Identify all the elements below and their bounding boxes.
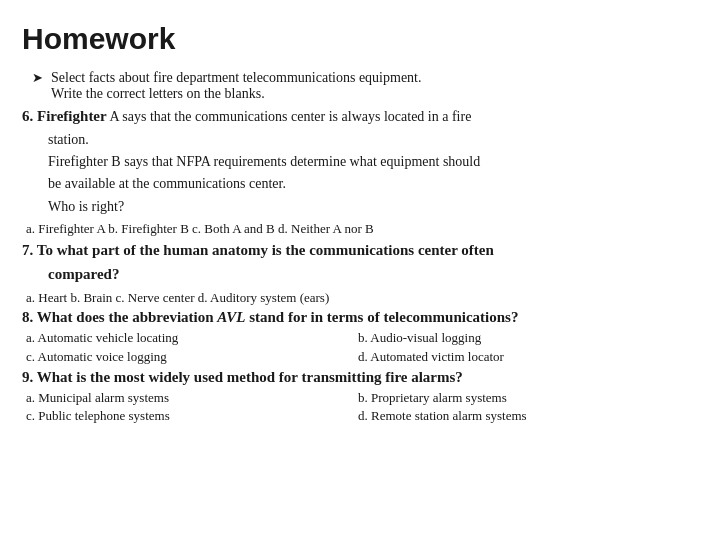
- q8-line: 8. What does the abbreviation AVL stand …: [22, 309, 690, 326]
- q8-answers: a. Automatic vehicle locating b. Audio-v…: [22, 329, 690, 367]
- q6-line3: Who is right?: [22, 197, 690, 217]
- q8-text: What does the abbreviation AVL stand for…: [37, 309, 519, 325]
- q7-line1: 7. To what part of the human anatomy is …: [22, 240, 690, 262]
- q6-line1: 6. Firefighter A says that the communica…: [22, 106, 690, 128]
- q8-c: c. Automatic voice logging: [26, 348, 358, 367]
- q9-b: b. Proprietary alarm systems: [358, 389, 690, 408]
- q7-number: 7.: [22, 242, 33, 258]
- q7-line2: compared?: [22, 264, 690, 286]
- question-6: 6. Firefighter A says that the communica…: [22, 106, 690, 217]
- bullet-icon: ➤: [32, 70, 43, 102]
- q7-answers: a. Heart b. Brain c. Nerve center d. Aud…: [22, 289, 690, 307]
- q6-line2b: be available at the communications cente…: [22, 174, 690, 194]
- q8-number: 8.: [22, 309, 33, 325]
- page-title: Homework: [22, 22, 690, 56]
- q6-line2: Firefighter B says that NFPA requirement…: [22, 152, 690, 172]
- q9-number: 9.: [22, 369, 33, 385]
- q9-line: 9. What is the most widely used method f…: [22, 369, 690, 386]
- intro-text: Select facts about fire department telec…: [51, 70, 690, 102]
- q8-d: d. Automated victim locator: [358, 348, 690, 367]
- intro-line2: Write the correct letters on the blanks.: [51, 86, 690, 102]
- intro-line1: Select facts about fire department telec…: [51, 70, 690, 86]
- q8-b: b. Audio-visual logging: [358, 329, 690, 348]
- q9-a: a. Municipal alarm systems: [26, 389, 358, 408]
- question-7: 7. To what part of the human anatomy is …: [22, 240, 690, 286]
- question-9: 9. What is the most widely used method f…: [22, 369, 690, 386]
- question-8: 8. What does the abbreviation AVL stand …: [22, 309, 690, 326]
- intro-bullet: ➤ Select facts about fire department tel…: [22, 70, 690, 102]
- q9-answers: a. Municipal alarm systems b. Proprietar…: [22, 389, 690, 427]
- q6-answers: a. Firefighter A b. Firefighter B c. Bot…: [22, 220, 690, 238]
- page-content: Homework ➤ Select facts about fire depar…: [0, 0, 720, 448]
- q7-text2: compared?: [48, 266, 119, 282]
- q9-d: d. Remote station alarm systems: [358, 407, 690, 426]
- q6-line1b: station.: [22, 130, 690, 150]
- q7-text: To what part of the human anatomy is the…: [37, 242, 494, 258]
- q9-text: What is the most widely used method for …: [37, 369, 463, 385]
- q8-a: a. Automatic vehicle locating: [26, 329, 358, 348]
- q9-c: c. Public telephone systems: [26, 407, 358, 426]
